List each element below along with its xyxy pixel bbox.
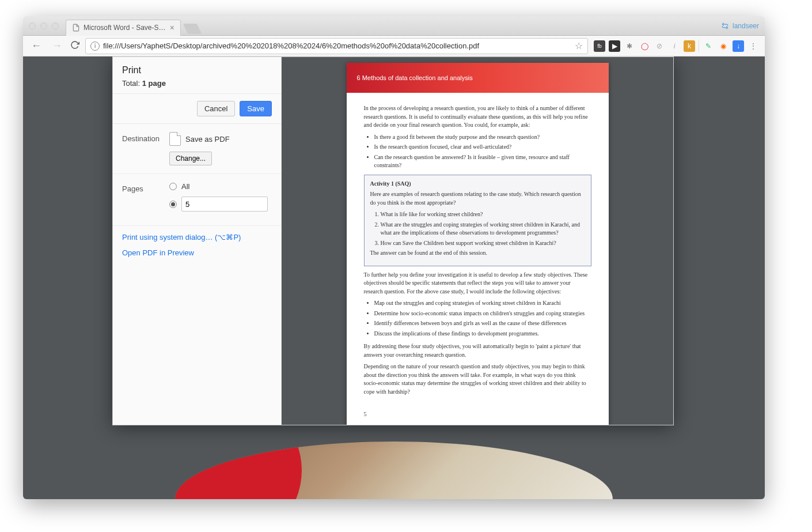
activity-item: What is life like for working street chi… <box>381 210 585 219</box>
new-tab-button[interactable] <box>183 24 202 34</box>
destination-label: Destination <box>122 132 169 143</box>
ext-bug-icon[interactable]: ✱ <box>624 40 635 52</box>
save-button[interactable]: Save <box>240 101 272 116</box>
profile-label[interactable]: landseer <box>733 22 759 30</box>
viewport: Print Total: 1 page Cancel Save Destinat… <box>23 56 765 499</box>
para3: By addressing these four study objective… <box>364 342 591 359</box>
page-number: 5 <box>347 408 609 425</box>
print-preview-area[interactable]: 6 Methods of data collection and analysi… <box>282 57 673 425</box>
reload-button[interactable] <box>70 40 79 52</box>
change-destination-button[interactable]: Change... <box>169 152 212 165</box>
bullet: Is there a good fit between the study pu… <box>374 133 591 142</box>
bookmark-star-icon[interactable]: ☆ <box>575 40 583 51</box>
ext-evernote-icon[interactable]: ✎ <box>703 40 714 52</box>
print-total: Total: 1 page <box>122 79 272 88</box>
ext-fb-icon[interactable]: fb <box>594 40 605 52</box>
file-icon <box>72 24 80 32</box>
titlebar-right: landseer <box>721 22 759 30</box>
back-button[interactable]: ← <box>29 40 44 52</box>
radio-all-row[interactable]: All <box>169 182 272 191</box>
print-dialog: Print Total: 1 page Cancel Save Destinat… <box>112 56 674 425</box>
pages-section: Pages All <box>113 174 281 226</box>
maximize-window-button[interactable] <box>52 22 59 29</box>
ext-download-icon[interactable]: ↓ <box>733 40 744 52</box>
ext-k-icon[interactable]: k <box>684 40 695 52</box>
activity-title: Activity 1 (SAQ) <box>370 180 585 188</box>
titlebar: Microsoft Word - Save-Session × landseer <box>23 16 765 36</box>
url-text: file:///Users/YaphetS/Desktop/archived%2… <box>103 41 568 50</box>
open-preview-link[interactable]: Open PDF in Preview <box>122 248 272 257</box>
print-dialog-header: Print Total: 1 page <box>113 57 281 94</box>
print-dialog-sidebar: Print Total: 1 page Cancel Save Destinat… <box>113 57 282 425</box>
para4: Depending on the nature of your research… <box>364 363 591 396</box>
destination-value: Save as PDF <box>185 135 230 144</box>
extensions-row: fb ▶ ✱ ◯ ⊘ i k ✎ ◉ ↓ ⋮ <box>594 40 759 52</box>
bullet: Can the research question be answered? I… <box>374 153 591 170</box>
separator <box>699 40 699 52</box>
bullet: Is the research question focused, clear … <box>374 143 591 152</box>
radio-all[interactable] <box>169 183 177 190</box>
browser-tab[interactable]: Microsoft Word - Save-Session × <box>66 20 181 36</box>
close-window-button[interactable] <box>29 22 36 29</box>
cancel-button[interactable]: Cancel <box>197 101 235 116</box>
print-actions: Cancel Save <box>113 94 281 124</box>
omnibox[interactable]: i file:///Users/YaphetS/Desktop/archived… <box>85 38 588 54</box>
destination-row: Save as PDF <box>169 132 272 146</box>
tab-close-button[interactable]: × <box>170 23 174 32</box>
site-info-icon[interactable]: i <box>90 41 100 51</box>
bullet: Identify differences between boys and gi… <box>374 319 591 328</box>
radio-custom-row[interactable] <box>169 197 272 212</box>
ext-slash-icon[interactable]: ⊘ <box>654 40 665 52</box>
ext-circle-red-icon[interactable]: ◯ <box>639 40 650 52</box>
destination-section: Destination Save as PDF Change... <box>113 124 281 174</box>
pdf-icon <box>169 132 181 146</box>
preview-doc-header: 6 Methods of data collection and analysi… <box>347 63 609 93</box>
tab-title: Microsoft Word - Save-Session <box>84 24 166 32</box>
activity-footer: The answer can be found at the end of th… <box>370 249 585 258</box>
background-photo <box>175 442 613 499</box>
pages-input[interactable] <box>181 197 268 212</box>
radio-all-label: All <box>181 182 189 191</box>
bullet: Map out the struggles and coping strateg… <box>374 299 591 308</box>
activity-item: What are the struggles and coping strate… <box>381 221 585 237</box>
ext-orange-circle-icon[interactable]: ◉ <box>718 40 729 52</box>
para2: To further help you define your investig… <box>364 271 591 296</box>
page-preview: 6 Methods of data collection and analysi… <box>347 63 609 425</box>
ext-arrow-icon[interactable]: ▶ <box>609 40 620 52</box>
intro-paragraph: In the process of developing a research … <box>364 104 591 130</box>
traffic-lights <box>29 22 59 29</box>
address-bar: ← → i file:///Users/YaphetS/Desktop/arch… <box>23 36 765 56</box>
sync-icon <box>721 22 729 30</box>
activity-box: Activity 1 (SAQ) Here are examples of re… <box>364 175 591 266</box>
print-title: Print <box>122 65 272 76</box>
minimize-window-button[interactable] <box>40 22 47 29</box>
browser-window: Microsoft Word - Save-Session × landseer… <box>23 16 765 499</box>
activity-item: How can Save the Children best support w… <box>381 239 585 248</box>
menu-icon[interactable]: ⋮ <box>748 40 759 52</box>
pages-label: Pages <box>122 182 169 193</box>
radio-custom[interactable] <box>169 201 177 208</box>
preview-content: In the process of developing a research … <box>347 93 609 408</box>
print-links: Print using system dialog… (⌥⌘P) Open PD… <box>113 226 281 271</box>
bullet: Discuss the implications of these findin… <box>374 330 591 338</box>
bullet: Determine how socio-economic status impa… <box>374 310 591 318</box>
forward-button[interactable]: → <box>50 40 64 52</box>
system-dialog-link[interactable]: Print using system dialog… (⌥⌘P) <box>122 233 272 242</box>
ext-italic-icon[interactable]: i <box>669 40 680 52</box>
activity-intro: Here are examples of research questions … <box>370 190 585 207</box>
